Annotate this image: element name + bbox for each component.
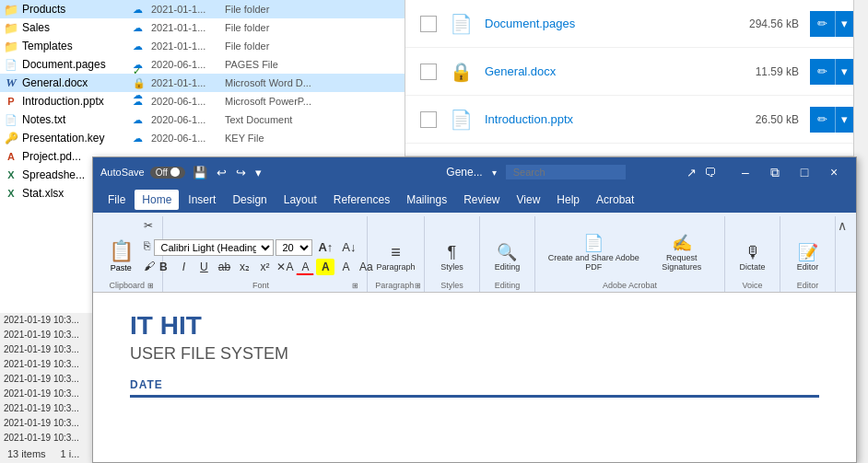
maximize-button[interactable]: ⧉ (760, 157, 790, 187)
dictate-label: Dictate (740, 262, 766, 272)
word-title-bar: AutoSave Off 💾 ↩ ↪ ▾ Gene... ▾ ↗ 🗨 – ⧉ □… (93, 157, 856, 187)
file-row[interactable]: 📁 Templates ☁ 2021-01-1... File folder (0, 37, 405, 55)
dictate-button[interactable]: 🎙 Dictate (735, 240, 770, 275)
menu-item-references[interactable]: References (326, 190, 397, 210)
underline-button[interactable]: U (194, 259, 213, 275)
file-row[interactable]: P Introduction.pptx ☁ 2020-06-1... Micro… (0, 92, 405, 110)
strikethrough-button[interactable]: ab (215, 259, 233, 275)
grow-font-button[interactable]: A↑ (314, 237, 336, 257)
cloud-file-size: 26.50 kB (756, 113, 799, 126)
timestamp: 2021-01-19 10:3... (4, 357, 88, 372)
styles-label: Styles (440, 262, 463, 272)
create-pdf-button[interactable]: 📄 Create and Share Adobe PDF (543, 231, 645, 275)
shrink-font-button[interactable]: A↓ (338, 237, 359, 257)
paragraph-group: ≡ Paragraph Paragraph ⊞ (368, 216, 425, 292)
cloud-file-row: 📄 Document.pages 294.56 kB ✏ ▾ (405, 0, 868, 48)
selected-count: 1 i... (61, 448, 80, 459)
subscript-button[interactable]: x₂ (235, 259, 253, 275)
file-cloud-icon: ☁ (133, 22, 151, 34)
highlight-button[interactable]: A (316, 259, 334, 275)
adobe-label: Adobe Acrobat (543, 279, 717, 292)
file-type-icon: 🔑 (4, 132, 18, 145)
paragraph-expand[interactable]: ⊞ (414, 281, 422, 291)
file-date: 2021-01-1... (151, 4, 225, 15)
minimize-button[interactable]: – (731, 157, 760, 187)
menu-item-insert[interactable]: Insert (181, 190, 223, 210)
font-expand[interactable]: ⊞ (351, 281, 359, 291)
file-row[interactable]: 📁 Sales ☁ 2021-01-1... File folder (0, 18, 405, 37)
cloud-checkbox[interactable] (420, 111, 437, 128)
clipboard-expand[interactable]: ⊞ (147, 281, 155, 291)
doc-dropdown-icon[interactable]: ▾ (490, 166, 499, 179)
menu-item-review[interactable]: Review (456, 190, 507, 210)
file-row[interactable]: 🔑 Presentation.key ☁ 2020-06-1... KEY Fi… (0, 129, 405, 147)
styles-button[interactable]: ¶ Styles (435, 240, 468, 275)
doc-main-title: IT HIT (130, 311, 819, 341)
save-icon[interactable]: 💾 (191, 164, 209, 181)
search-input[interactable] (506, 165, 626, 179)
more-icon[interactable]: ▾ (253, 164, 264, 181)
clipboard-content: 📋 Paste ✂ ⎘ 🖌 (104, 216, 158, 279)
document-content: IT HIT USER FILE SYSTEM DATE (93, 293, 856, 462)
cloud-checkbox[interactable] (420, 64, 437, 80)
cloud-action-btn: ✏ ▾ (810, 107, 853, 133)
editing-label: Editing (495, 262, 521, 272)
cloud-dropdown-button[interactable]: ▾ (835, 11, 853, 37)
file-type-label: Microsoft PowerP... (225, 96, 401, 107)
cloud-file-size: 11.59 kB (756, 65, 799, 78)
ribbon-collapse-btn[interactable]: ∧ (836, 216, 849, 292)
file-row[interactable]: 📁 Products ☁ 2021-01-1... File folder (0, 0, 405, 18)
cloud-edit-button[interactable]: ✏ (810, 11, 835, 37)
close-button[interactable]: × (819, 157, 849, 187)
file-row[interactable]: W General.docx ✓🔒☁ 2021-01-1... Microsof… (0, 74, 405, 92)
timestamp: 2021-01-19 10:3... (4, 416, 88, 431)
text-color-button[interactable]: A (336, 259, 355, 275)
editor-group: 📝 Editor Editor (780, 216, 836, 292)
cloud-dropdown-button[interactable]: ▾ (835, 107, 853, 133)
file-type-label: KEY File (225, 133, 401, 144)
file-date: 2020-06-1... (151, 114, 225, 125)
autosave-toggle[interactable]: Off (150, 167, 185, 179)
editing-icon: 🔍 (497, 244, 517, 260)
cloud-dropdown-button[interactable]: ▾ (835, 59, 853, 85)
file-row[interactable]: 📄 Document.pages ☁ 2020-06-1... PAGES Fi… (0, 55, 405, 74)
font-family-select[interactable]: Calibri Light (Headings) (154, 239, 274, 256)
paste-button[interactable]: 📋 Paste (104, 237, 138, 275)
editing-button[interactable]: 🔍 Editing (490, 240, 525, 275)
voice-content: 🎙 Dictate (735, 216, 770, 279)
undo-icon[interactable]: ↩ (215, 164, 229, 181)
redo-icon[interactable]: ↪ (234, 164, 248, 181)
menu-item-home[interactable]: Home (135, 190, 179, 210)
clear-format-button[interactable]: ✕A (276, 259, 294, 275)
font-row2: B I U ab x₂ x² ✕A A A A Aa (154, 259, 375, 275)
request-signatures-button[interactable]: ✍ Request Signatures (647, 231, 718, 275)
comment-icon[interactable]: 🗨 (702, 164, 718, 181)
file-type-label: PAGES File (225, 59, 401, 70)
file-name: Notes.txt (22, 113, 133, 126)
cloud-file-icon: 🔒 (448, 59, 474, 85)
cloud-checkbox[interactable] (420, 16, 437, 32)
superscript-button[interactable]: x² (255, 259, 274, 275)
menu-item-mailings[interactable]: Mailings (399, 190, 454, 210)
cloud-edit-button[interactable]: ✏ (810, 107, 835, 133)
menu-item-help[interactable]: Help (549, 190, 587, 210)
font-size-select[interactable]: 20 (276, 239, 312, 256)
font-color-button[interactable]: A (296, 259, 314, 275)
menu-item-file[interactable]: File (100, 190, 133, 210)
cloud-edit-button[interactable]: ✏ (810, 59, 835, 85)
editor-button[interactable]: 📝 Editor (792, 240, 825, 275)
menu-item-acrobat[interactable]: Acrobat (589, 190, 641, 210)
bold-button[interactable]: B (154, 259, 172, 275)
file-name: Introduction.pptx (22, 95, 133, 108)
adobe-content: 📄 Create and Share Adobe PDF ✍ Request S… (543, 216, 717, 279)
restore-button[interactable]: □ (790, 157, 819, 187)
file-date: 2021-01-1... (151, 41, 225, 52)
menu-item-design[interactable]: Design (225, 190, 274, 210)
file-row[interactable]: 📄 Notes.txt ☁ 2020-06-1... Text Document (0, 110, 405, 129)
doc-title: Gene... (446, 166, 482, 179)
paragraph-button[interactable]: ≡ Paragraph (372, 240, 420, 275)
italic-button[interactable]: I (174, 259, 193, 275)
share-icon[interactable]: ↗ (685, 164, 698, 181)
menu-item-layout[interactable]: Layout (276, 190, 324, 210)
menu-item-view[interactable]: View (510, 190, 548, 210)
